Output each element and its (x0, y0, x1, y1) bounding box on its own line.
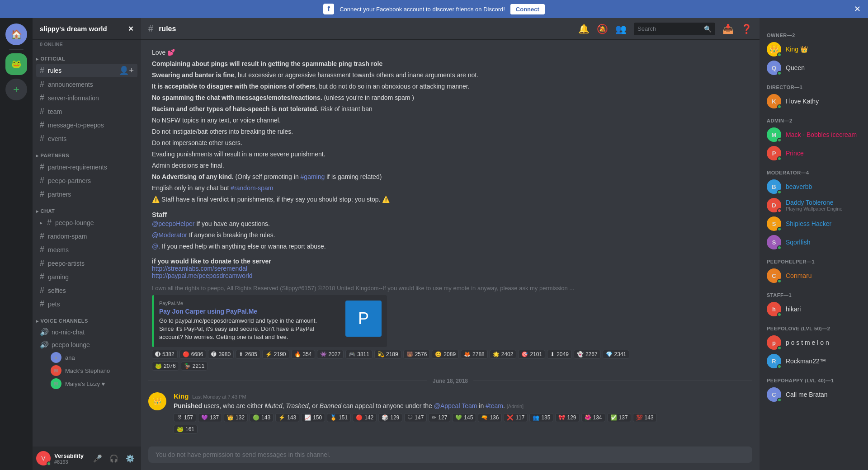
kr11[interactable]: ✏127 (429, 413, 450, 422)
reaction-star[interactable]: 🌟2402 (490, 350, 517, 359)
member-conmaru[interactable]: C Conmaru (763, 267, 864, 285)
voice-channel-peepo-lounge[interactable]: 🔊 peepo lounge (36, 338, 137, 351)
donate-link-paypal[interactable]: http://paypal.me/peeposdreamworld (152, 272, 749, 279)
active-server-icon[interactable]: 🐸 (5, 53, 27, 75)
kr10[interactable]: 🛡147 (404, 413, 427, 422)
channel-item-random-spam[interactable]: # random-spam (36, 230, 137, 243)
member-hikari[interactable]: h hikari (763, 300, 864, 318)
kr7[interactable]: 🏅151 (327, 413, 351, 422)
kr-frog[interactable]: 🐸161 (174, 425, 198, 434)
member-list-icon[interactable]: 👥 (615, 24, 627, 34)
channel-item-partners[interactable]: # partners (36, 188, 137, 201)
server-name-header[interactable]: slippy's dream world ✕ (33, 18, 141, 40)
reaction-frog[interactable]: 🐸2076 (152, 362, 179, 371)
voice-user-macks-stephano[interactable]: M Mack's Stephano (36, 364, 137, 377)
reaction-sparkle[interactable]: 💫2189 (374, 350, 401, 359)
kr12[interactable]: 💚145 (452, 413, 476, 422)
kr19[interactable]: 💯143 (633, 413, 657, 422)
channel-item-gaming[interactable]: # gaming (36, 270, 137, 283)
kr1[interactable]: 🎖157 (174, 413, 196, 422)
reaction-fox[interactable]: 🦊2788 (461, 350, 488, 359)
member-sqorlfish[interactable]: S Sqorlfish (763, 233, 864, 251)
reaction-duck[interactable]: 🦆2211 (181, 362, 208, 371)
kr14[interactable]: ❌117 (504, 413, 528, 422)
kr13[interactable]: 🔫136 (478, 413, 502, 422)
reaction-ghost[interactable]: 👻2267 (574, 350, 601, 359)
kr15[interactable]: 👥135 (529, 413, 553, 422)
bell-icon[interactable]: 🔔 (578, 24, 590, 34)
kr2[interactable]: 💜137 (198, 413, 222, 422)
member-prince[interactable]: P Prince (763, 144, 864, 162)
home-button[interactable]: 🏠 (5, 24, 27, 45)
member-rockman22[interactable]: R Rockman22™ (763, 352, 864, 370)
channel-settings-icon[interactable]: 👤+ (119, 66, 134, 75)
kr6[interactable]: 📈150 (301, 413, 325, 422)
member-beaverbb[interactable]: B beaverbb (763, 178, 864, 196)
kr9[interactable]: 🎲129 (378, 413, 402, 422)
kr8[interactable]: 🔴142 (353, 413, 377, 422)
category-official[interactable]: OFFICIAL (33, 49, 141, 63)
member-postmelon[interactable]: p p o s t m e l o n (763, 334, 864, 352)
reaction-down[interactable]: ⬇2049 (547, 350, 572, 359)
reaction-red-circle[interactable]: 🔴6686 (179, 350, 207, 359)
reaction-alien[interactable]: 👾2027 (317, 350, 344, 359)
donate-link-streamlabs[interactable]: http://streamlabs.com/seremendal (152, 265, 749, 272)
category-voice-channels[interactable]: VOICE CHANNELS (33, 311, 141, 325)
connect-button[interactable]: Connect (510, 4, 545, 14)
channel-item-peepo-lounge[interactable]: ▸ # peepo-lounge (36, 216, 137, 229)
kr4[interactable]: 🟢143 (250, 413, 274, 422)
member-shipless-hacker[interactable]: S Shipless Hacker (763, 215, 864, 233)
reaction-lightning[interactable]: ⚡2190 (262, 350, 289, 359)
mute-button[interactable]: 🎤 (90, 451, 105, 465)
member-king[interactable]: 👑 King 👑 (763, 40, 864, 58)
voice-user-ana[interactable]: a ana (36, 351, 137, 364)
kr17[interactable]: 🌺134 (581, 413, 605, 422)
kr18[interactable]: ✅137 (607, 413, 631, 422)
reaction-bear[interactable]: 🐻2576 (403, 350, 430, 359)
add-server-button[interactable]: + (5, 79, 27, 100)
member-daddy-toblerone[interactable]: D Daddy Toblerone Playing Wallpaper Engi… (763, 196, 864, 214)
deafen-button[interactable]: 🎧 (107, 451, 121, 465)
appeal-team-mention[interactable]: @Appeal Team (434, 402, 477, 409)
category-partners[interactable]: PARTNERS (33, 146, 141, 160)
embed-title[interactable]: Pay Jon Carper using PayPal.Me (159, 308, 333, 315)
kr16[interactable]: 🎀129 (555, 413, 579, 422)
reaction-t[interactable]: 🅣3980 (208, 350, 234, 359)
voice-user-maiyas-lizzy[interactable]: M Maiya's Lizzy ♥ (36, 377, 137, 390)
reaction-smile[interactable]: 😊2089 (432, 350, 459, 359)
channel-item-pets[interactable]: # pets (36, 297, 137, 310)
channel-item-partner-requirements[interactable]: # partner-requirements (36, 160, 137, 174)
member-i-love-kathy[interactable]: K I love Kathy (763, 92, 864, 110)
channel-item-rules[interactable]: # rules 👤+ (36, 64, 137, 77)
settings-button[interactable]: ⚙️ (123, 451, 137, 465)
help-icon[interactable]: ❓ (741, 24, 752, 34)
random-spam-link[interactable]: #random-spam (231, 184, 273, 192)
bell-slash-icon[interactable]: 🔕 (597, 24, 608, 34)
reaction-target[interactable]: 🎯2101 (518, 350, 545, 359)
reaction-h[interactable]: 🅗5382 (152, 350, 178, 359)
gaming-channel-link[interactable]: #gaming (301, 173, 325, 180)
inbox-icon[interactable]: 📥 (722, 24, 734, 34)
channel-item-meems[interactable]: # meems (36, 243, 137, 256)
kr3[interactable]: 👑132 (224, 413, 248, 422)
close-notification-button[interactable]: ✕ (854, 4, 861, 14)
channel-item-team[interactable]: # team (36, 105, 137, 118)
category-chat[interactable]: CHAT (33, 201, 141, 216)
search-box[interactable]: 🔍 (634, 23, 715, 35)
kr5[interactable]: ⚡143 (275, 413, 299, 422)
reaction-up[interactable]: ⬆2685 (236, 350, 260, 359)
channel-item-selfies[interactable]: # selfies (36, 284, 137, 297)
channel-item-peepo-artists[interactable]: # peepo-artists (36, 257, 137, 270)
channel-item-events[interactable]: # events (36, 132, 137, 145)
search-input[interactable] (637, 25, 701, 32)
channel-item-message-to-peepos[interactable]: # message-to-peepos (36, 118, 137, 132)
channel-item-announcements[interactable]: # announcements (36, 78, 137, 91)
channel-item-peepo-partners[interactable]: # peepo-partners (36, 174, 137, 187)
member-queen[interactable]: Q Queen (763, 59, 864, 77)
reaction-fire[interactable]: 🔥354 (291, 350, 315, 359)
member-mack[interactable]: M Mack - Bobbles icecream (763, 126, 864, 144)
reaction-gem[interactable]: 💎2341 (603, 350, 630, 359)
channel-item-server-information[interactable]: # server-information (36, 91, 137, 104)
member-call-me-bratan[interactable]: C Call me Bratan (763, 385, 864, 404)
reaction-gamepad[interactable]: 🎮3811 (345, 350, 373, 359)
